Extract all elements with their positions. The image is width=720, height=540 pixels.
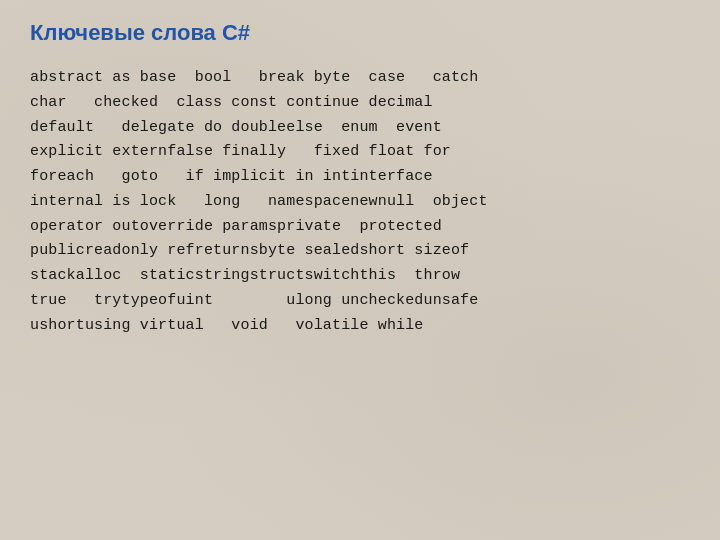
keyword-line: publicreadonly refreturnsbyte sealedshor… (30, 239, 690, 264)
keyword-line: operator outoverride paramsprivate prote… (30, 215, 690, 240)
keyword-line: explicit externfalse finally fixed float… (30, 140, 690, 165)
keyword-line: abstract as base bool break byte case ca… (30, 66, 690, 91)
keywords-block: abstract as base bool break byte case ca… (30, 66, 690, 338)
keyword-line: internal is lock long namespacenewnull o… (30, 190, 690, 215)
keyword-line: foreach goto if implicit in intinterface (30, 165, 690, 190)
page-container: Ключевые слова C# abstract as base bool … (0, 0, 720, 358)
keyword-line: char checked class const continue decima… (30, 91, 690, 116)
keyword-line: stackalloc staticstringstructswitchthis … (30, 264, 690, 289)
keyword-line: default delegate do doubleelse enum even… (30, 116, 690, 141)
keyword-line: ushortusing virtual void volatile while (30, 314, 690, 339)
keyword-line: true trytypeofuint ulong uncheckedunsafe (30, 289, 690, 314)
page-title: Ключевые слова C# (30, 20, 690, 46)
